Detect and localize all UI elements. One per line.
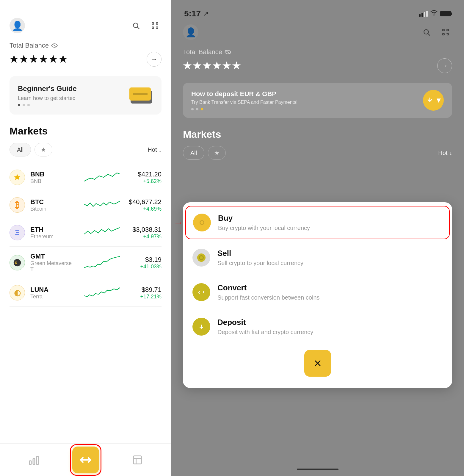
right-avatar[interactable]: 👤 <box>183 24 198 40</box>
left-header: 👤 <box>10 18 162 33</box>
svg-rect-2 <box>152 23 153 24</box>
right-filter-star-button[interactable]: ★ <box>208 146 226 160</box>
dot-2 <box>23 104 25 106</box>
right-dot-1 <box>191 108 194 110</box>
btc-symbol: BTC <box>30 198 78 206</box>
battery-icon <box>440 11 451 16</box>
right-header-actions <box>420 26 452 39</box>
bnb-chart <box>84 170 120 185</box>
eth-price: $3,038.31 +4.97% <box>126 226 162 240</box>
btc-price: $40,677.22 +4.69% <box>126 198 162 212</box>
eth-chart <box>84 225 120 240</box>
right-banner-text: How to deposit EUR & GBP Try Bank Transf… <box>191 90 297 110</box>
right-balance-label: Total Balance <box>183 48 452 56</box>
bnb-symbol: BNB <box>30 170 78 178</box>
banner-card[interactable]: Beginner's Guide Learn how to get starte… <box>10 76 162 115</box>
coin-row-eth[interactable]: Ξ ETH Ethereum $3,038.31 +4.97% <box>10 219 162 247</box>
status-time: 5:17 <box>184 9 201 18</box>
bnb-price: $421.20 +5.62% <box>126 170 162 184</box>
trade-button-wrapper <box>72 447 99 473</box>
avatar-icon: 👤 <box>12 21 23 31</box>
popup-item-sell[interactable]: Sell Sell crypto to your local currency <box>183 240 452 275</box>
luna-chart <box>84 285 120 300</box>
gmt-price: $3.19 +41.03% <box>126 256 162 270</box>
right-header: 👤 <box>183 24 452 40</box>
deposit-text: Deposit Deposit with fiat and crypto cur… <box>217 318 313 336</box>
svg-point-34 <box>200 221 203 224</box>
status-icons <box>419 10 451 18</box>
right-balance-section: Total Balance ★★★★★★ → <box>183 48 452 83</box>
avatar[interactable]: 👤 <box>10 18 25 33</box>
filter-row: All ★ Hot ↓ <box>10 143 162 156</box>
sort-hot-button[interactable]: Hot ↓ <box>148 146 162 153</box>
balance-label: Total Balance <box>10 42 162 49</box>
filter-left: All ★ <box>10 143 52 156</box>
coin-row-bnb[interactable]: BNB BNB $421.20 +5.62% <box>10 164 162 191</box>
popup-item-deposit[interactable]: Deposit Deposit with fiat and crypto cur… <box>183 309 452 344</box>
right-filter-all-button[interactable]: All <box>183 146 204 160</box>
filter-all-button[interactable]: All <box>10 143 31 156</box>
btc-name: Bitcoin <box>30 206 78 212</box>
gmt-icon: $ <box>10 255 25 270</box>
wifi-icon <box>430 10 438 18</box>
arrow-indicator: → <box>173 217 183 228</box>
signal-bar-3 <box>424 12 425 17</box>
buy-text: Buy Buy crypto with your local currency <box>218 214 310 231</box>
bnb-info: BNB BNB <box>30 170 78 184</box>
svg-rect-4 <box>152 27 153 28</box>
signal-bar-2 <box>421 13 423 17</box>
nav-markets[interactable] <box>29 455 39 465</box>
btc-icon: ₿ <box>10 197 25 213</box>
svg-rect-23 <box>443 29 444 31</box>
balance-arrow-button[interactable]: → <box>147 52 162 67</box>
eth-icon: Ξ <box>10 225 25 240</box>
balance-section: Total Balance ★★★★★★ → <box>10 42 162 67</box>
trade-button[interactable] <box>72 447 99 473</box>
coin-row-btc[interactable]: ₿ BTC Bitcoin $40,677.22 +4.69% <box>10 191 162 219</box>
scan-button[interactable] <box>148 19 162 32</box>
right-dot-3 <box>201 108 203 110</box>
bnb-icon <box>10 170 25 185</box>
coin-row-luna[interactable]: ◐ LUNA Terra $89.71 +17.21% <box>10 279 162 307</box>
eth-name: Ethereum <box>30 234 78 240</box>
right-sort-hot-button[interactable]: Hot ↓ <box>438 150 452 156</box>
popup-item-convert[interactable]: Convert Support fast conversion between … <box>183 275 452 309</box>
right-balance-arrow-button[interactable]: → <box>437 58 452 73</box>
luna-info: LUNA Terra <box>30 286 78 300</box>
svg-line-22 <box>428 34 430 35</box>
svg-rect-15 <box>37 456 38 464</box>
right-scan-button[interactable] <box>439 26 452 39</box>
header-actions <box>129 19 162 32</box>
right-banner-card[interactable]: How to deposit EUR & GBP Try Bank Transf… <box>183 83 452 118</box>
balance-value: ★★★★★★ <box>10 54 68 65</box>
right-search-button[interactable] <box>420 26 433 39</box>
dot-1 <box>18 104 20 106</box>
gmt-symbol: GMT <box>30 253 78 260</box>
close-button[interactable] <box>304 350 331 377</box>
eth-info: ETH Ethereum <box>30 226 78 240</box>
coin-row-gmt[interactable]: $ GMT Green Metaverse T... $3.19 +41.03% <box>10 247 162 279</box>
gmt-info: GMT Green Metaverse T... <box>30 253 78 273</box>
svg-rect-17 <box>133 456 141 464</box>
search-button[interactable] <box>129 19 142 32</box>
card-stripe <box>133 93 148 95</box>
deposit-icon <box>192 318 210 336</box>
svg-rect-25 <box>443 33 444 35</box>
eth-symbol: ETH <box>30 226 78 234</box>
popup-menu: → Buy Buy crypto with your local currenc… <box>183 202 452 388</box>
popup-close-area <box>183 344 452 386</box>
svg-rect-14 <box>33 458 35 464</box>
nav-portfolio[interactable] <box>132 455 143 465</box>
location-icon: ↗ <box>203 10 209 18</box>
convert-text: Convert Support fast conversion between … <box>217 283 320 301</box>
right-balance-value: ★★★★★★ <box>183 60 242 71</box>
filter-star-button[interactable]: ★ <box>35 143 52 156</box>
svg-point-11 <box>14 259 21 267</box>
luna-symbol: LUNA <box>30 286 78 294</box>
popup-item-buy[interactable]: → Buy Buy crypto with your local currenc… <box>185 206 450 239</box>
signal-bar-4 <box>426 11 428 17</box>
card-front <box>129 87 151 101</box>
banner-dots <box>18 104 77 106</box>
markets-title: Markets <box>10 125 162 137</box>
home-indicator <box>297 469 338 470</box>
